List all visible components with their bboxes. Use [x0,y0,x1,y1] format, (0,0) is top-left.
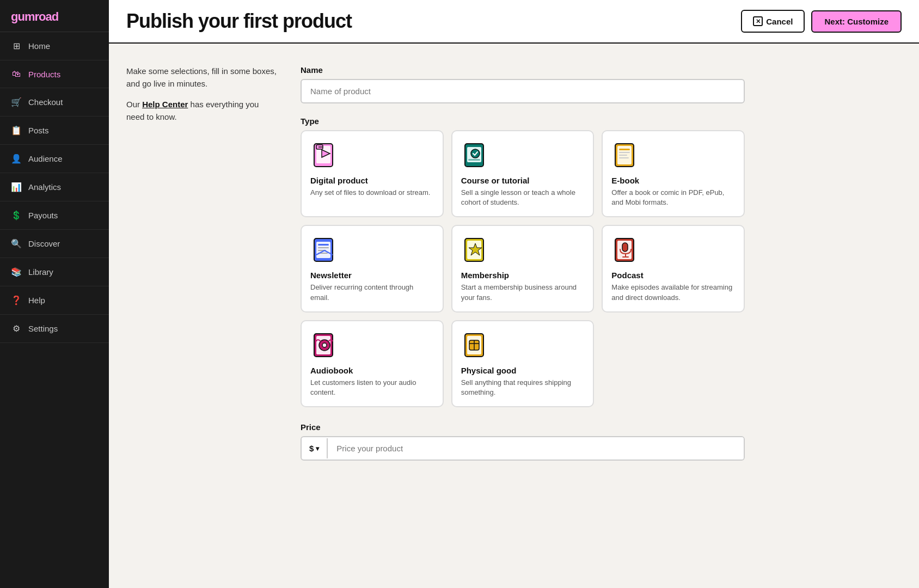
membership-desc: Start a membership business around your … [461,283,585,302]
newsletter-icon-wrap [310,236,339,264]
svg-rect-12 [619,155,627,156]
sidebar-item-discover[interactable]: 🔍 Discover [0,230,109,258]
sidebar-item-help[interactable]: ❓ Help [0,286,109,315]
price-row: $ ▾ [301,436,745,461]
membership-title: Membership [461,271,585,280]
svg-rect-10 [619,149,630,150]
sidebar-item-label: Checkout [28,97,63,107]
type-card-course[interactable]: Course or tutorial Sell a single lesson … [451,130,595,217]
audiobook-icon-wrap [310,331,339,359]
price-input[interactable] [328,437,744,460]
posts-icon: 📋 [11,125,22,136]
sidebar-item-checkout[interactable]: 🛒 Checkout [0,88,109,117]
type-card-ebook[interactable]: E-book Offer a book or comic in PDF, ePu… [602,130,745,217]
type-label: Type [301,117,745,126]
newsletter-desc: Deliver recurring content through email. [310,283,434,302]
library-icon: 📚 [11,267,22,277]
course-icon-wrap [461,141,489,169]
course-title: Course or tutorial [461,176,585,185]
discover-icon: 🔍 [11,238,22,249]
price-label: Price [301,422,745,432]
sidebar-item-library[interactable]: 📚 Library [0,258,109,286]
svg-rect-13 [619,157,629,158]
sidebar-item-label: Audience [28,154,63,163]
type-card-newsletter[interactable]: Newsletter Deliver recurring content thr… [301,225,444,312]
sidebar-item-label: Help [28,296,45,305]
svg-rect-17 [318,247,329,248]
svg-point-31 [322,343,327,347]
type-grid: Digital product Any set of files to down… [301,130,745,407]
sidebar-item-label: Products [28,70,60,79]
logo: gumroad [0,0,109,32]
sidebar-item-products[interactable]: 🛍 Products [0,60,109,88]
cancel-icon: ✕ [753,16,763,26]
settings-icon: ⚙ [11,323,22,334]
page-header: Publish your first product ✕ Cancel Next… [109,0,919,44]
name-label: Name [301,65,745,75]
course-icon [462,142,489,169]
help-icon: ❓ [11,295,22,305]
products-icon: 🛍 [11,69,22,79]
type-card-membership[interactable]: Membership Start a membership business a… [451,225,595,312]
right-panel: Name Type Digital pr [301,65,745,461]
sidebar-item-settings[interactable]: ⚙ Settings [0,315,109,343]
svg-point-6 [471,149,480,158]
physical-good-icon [462,332,489,359]
ebook-title: E-book [611,176,735,185]
newsletter-icon [311,236,338,264]
ebook-desc: Offer a book or comic in PDF, ePub, and … [611,188,735,207]
logo-text: gumroad [11,10,58,23]
checkout-icon: 🛒 [11,97,22,107]
svg-rect-7 [468,159,480,161]
cancel-button[interactable]: ✕ Cancel [741,10,805,33]
type-card-physical[interactable]: Physical good Sell anything that require… [451,320,595,407]
podcast-icon [612,236,639,264]
svg-rect-11 [619,152,630,153]
main-content: Publish your first product ✕ Cancel Next… [109,0,919,588]
membership-icon-wrap [461,236,489,264]
podcast-title: Podcast [611,271,735,280]
course-desc: Sell a single lesson or teach a whole co… [461,188,585,207]
podcast-desc: Make episodes available for streaming an… [611,283,735,302]
sidebar-item-audience[interactable]: 👤 Audience [0,145,109,173]
type-card-podcast[interactable]: Podcast Make episodes available for stre… [602,225,745,312]
help-center-link[interactable]: Help Center [142,100,188,109]
sidebar-item-label: Analytics [28,182,61,192]
currency-selector[interactable]: $ ▾ [302,438,328,458]
payouts-icon: 💲 [11,210,22,220]
ebook-icon-wrap [611,141,640,169]
podcast-icon-wrap [611,236,640,264]
sidebar-item-label: Payouts [28,211,58,220]
left-panel: Make some selections, fill in some boxes… [126,65,279,461]
audience-icon: 👤 [11,154,22,164]
cancel-label: Cancel [766,17,793,26]
sidebar: gumroad ⊞ Home 🛍 Products 🛒 Checkout 📋 P… [0,0,109,588]
sidebar-item-label: Discover [28,239,60,248]
next-label: Next: Customize [824,17,889,26]
sidebar-item-label: Settings [28,324,58,333]
newsletter-title: Newsletter [310,271,434,280]
audiobook-title: Audiobook [310,366,434,375]
svg-rect-16 [318,244,329,246]
next-customize-button[interactable]: Next: Customize [811,10,902,33]
page-content: Make some selections, fill in some boxes… [109,44,762,482]
type-card-audiobook[interactable]: Audiobook Let customers listen to your a… [301,320,444,407]
sidebar-nav: ⊞ Home 🛍 Products 🛒 Checkout 📋 Posts 👤 A… [0,32,109,588]
analytics-icon: 📊 [11,182,22,192]
sidebar-item-home[interactable]: ⊞ Home [0,32,109,60]
currency-dropdown-icon: ▾ [316,445,319,452]
type-card-digital[interactable]: Digital product Any set of files to down… [301,130,444,217]
physical-icon-wrap [461,331,489,359]
digital-product-desc: Any set of files to download or stream. [310,188,434,198]
sidebar-item-label: Library [28,267,53,277]
digital-product-title: Digital product [310,176,434,185]
sidebar-item-payouts[interactable]: 💲 Payouts [0,201,109,230]
currency-symbol: $ [309,444,314,453]
audiobook-desc: Let customers listen to your audio conte… [310,378,434,397]
svg-rect-25 [622,243,628,252]
audiobook-icon [311,332,338,359]
sidebar-item-posts[interactable]: 📋 Posts [0,117,109,145]
product-name-input[interactable] [301,79,745,103]
sidebar-item-analytics[interactable]: 📊 Analytics [0,173,109,201]
home-icon: ⊞ [11,41,22,51]
